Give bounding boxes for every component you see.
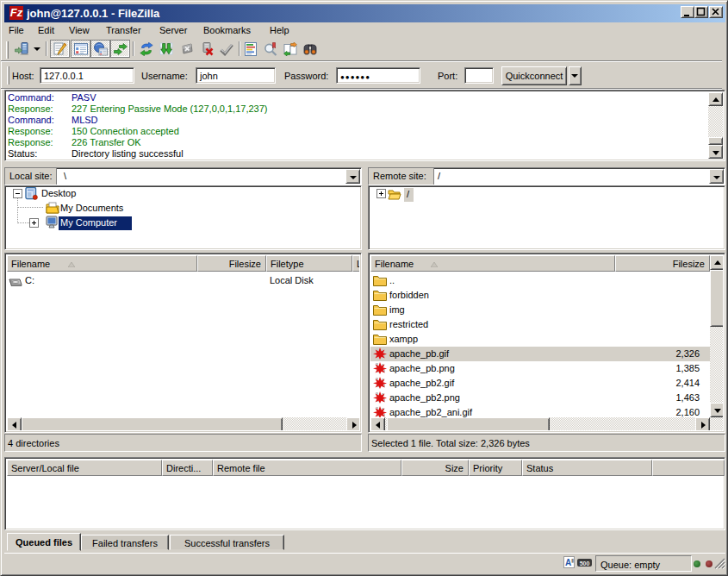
svg-text:500: 500 [580, 560, 590, 567]
